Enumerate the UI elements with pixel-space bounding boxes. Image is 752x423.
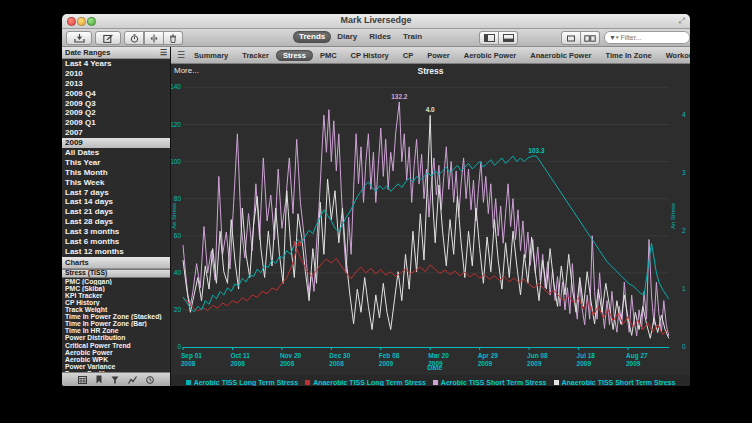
chart-list-item[interactable]: Critical Power Trend bbox=[62, 342, 170, 349]
view-switcher-item[interactable]: Rides bbox=[363, 31, 397, 43]
stopwatch-button[interactable] bbox=[124, 31, 144, 45]
chart-tab[interactable]: Aerobic Power bbox=[457, 50, 524, 61]
view-switcher-item[interactable]: Diary bbox=[331, 31, 363, 43]
window-title: Mark Liversedge bbox=[62, 15, 690, 25]
stress-chart-plot[interactable]: Sep 012008Oct 112008Nov 202008Dec 302008… bbox=[171, 78, 690, 375]
date-range-item[interactable]: 2009 bbox=[62, 138, 170, 148]
toolbar: TrendsDiaryRidesTrain bbox=[62, 29, 690, 47]
chart-list-item[interactable]: Time In Power Zone (Bar) bbox=[62, 320, 170, 327]
chart-tab[interactable]: Summary bbox=[187, 50, 235, 61]
date-range-item[interactable]: 2009 Q2 bbox=[62, 108, 170, 118]
chart-list-item[interactable]: PMC (Coggan) bbox=[62, 278, 170, 285]
left-axis-title: Ae Stress bbox=[171, 203, 177, 229]
chart-tab[interactable]: Workout bbox=[659, 50, 690, 61]
import-button[interactable] bbox=[66, 31, 92, 45]
x-axis-title: Date bbox=[427, 364, 442, 371]
chart-header: More... Stress bbox=[171, 64, 690, 78]
filter-input[interactable] bbox=[618, 34, 685, 41]
tiled-view-icon bbox=[584, 35, 596, 42]
chart-list-item[interactable]: Track Weight bbox=[62, 306, 170, 313]
sidebar-bottom-toolbar bbox=[62, 372, 170, 386]
stats-icon[interactable] bbox=[128, 376, 137, 384]
clock-icon[interactable] bbox=[146, 376, 154, 384]
date-range-item[interactable]: Last 14 days bbox=[62, 197, 170, 207]
stopwatch-icon bbox=[130, 34, 139, 43]
split-panes-icon bbox=[149, 34, 159, 43]
chart-tab[interactable]: Stress bbox=[276, 50, 313, 61]
date-range-item[interactable]: Last 12 months bbox=[62, 247, 170, 257]
bookmark-icon[interactable] bbox=[96, 375, 102, 384]
x-tick-label: Dec 302008 bbox=[329, 352, 350, 367]
date-range-item[interactable]: 2013 bbox=[62, 79, 170, 89]
chart-tab-bar: ☰ SummaryTrackerStressPMCCP HistoryCPPow… bbox=[171, 47, 690, 64]
chart-list-item[interactable]: PMC (Skiba) bbox=[62, 285, 170, 292]
charts-header[interactable]: Charts bbox=[62, 257, 170, 269]
bottombar-toggle-button[interactable] bbox=[499, 31, 518, 45]
chart-list-item[interactable]: Power Distribution bbox=[62, 334, 170, 341]
title-bar[interactable]: Mark Liversedge ⤢ bbox=[62, 14, 690, 29]
chart-tab[interactable]: Power bbox=[420, 50, 457, 61]
chart-list-item[interactable]: Time In HR Zone bbox=[62, 327, 170, 334]
sidebar-toggle-button[interactable] bbox=[479, 31, 499, 45]
x-tick-label: Sep 012008 bbox=[181, 352, 202, 367]
chart-list-item[interactable]: Power Variance bbox=[62, 363, 170, 370]
left-tick-label: 60 bbox=[174, 232, 182, 239]
filter-field[interactable]: ▼ ▾ bbox=[604, 31, 690, 44]
tabbar-left-menu-icon[interactable]: ☰ bbox=[175, 50, 187, 60]
x-tick-label: Jul 182009 bbox=[577, 352, 596, 367]
date-range-item[interactable]: Last 6 months bbox=[62, 237, 170, 247]
view-switcher: TrendsDiaryRidesTrain bbox=[293, 31, 428, 43]
date-range-item[interactable]: Last 28 days bbox=[62, 217, 170, 227]
chart-list-item[interactable]: Time In Power Zone (Stacked) bbox=[62, 313, 170, 320]
peak-value-label: 1.6 bbox=[292, 240, 301, 247]
date-range-item[interactable]: All Dates bbox=[62, 148, 170, 158]
date-range-item[interactable]: Last 21 days bbox=[62, 207, 170, 217]
compose-button[interactable] bbox=[95, 31, 121, 45]
date-range-item[interactable]: 2009 Q1 bbox=[62, 118, 170, 128]
split-view-button[interactable] bbox=[144, 31, 164, 45]
date-ranges-menu-icon[interactable]: ☰ bbox=[160, 47, 167, 58]
x-tick-label: Jun 082009 bbox=[527, 352, 548, 367]
left-tick-label: 140 bbox=[171, 83, 181, 90]
chart-list-item[interactable]: Aerobic WPK bbox=[62, 356, 170, 363]
trash-button[interactable] bbox=[164, 31, 183, 45]
date-range-item[interactable]: Last 3 months bbox=[62, 227, 170, 237]
chart-tab[interactable]: CP bbox=[396, 50, 420, 61]
import-icon bbox=[74, 34, 85, 43]
chart-tab[interactable]: PMC bbox=[313, 50, 344, 61]
chart-list-item[interactable]: CP History bbox=[62, 299, 170, 306]
chart-tab[interactable]: Time In Zone bbox=[599, 50, 659, 61]
left-tick-label: 40 bbox=[174, 269, 182, 276]
compose-icon bbox=[103, 34, 113, 43]
chart-list-item[interactable]: Aerobic Power bbox=[62, 349, 170, 356]
view-switcher-item[interactable]: Trends bbox=[293, 31, 331, 43]
chart-tab[interactable]: Anaerobic Power bbox=[523, 50, 598, 61]
chart-list-item[interactable]: Stress (TISS) bbox=[62, 269, 170, 278]
date-range-item[interactable]: Last 7 days bbox=[62, 188, 170, 198]
date-range-item[interactable]: Last 4 Years bbox=[62, 59, 170, 69]
tabbed-view-button[interactable] bbox=[561, 31, 581, 45]
date-range-item[interactable]: This Week bbox=[62, 178, 170, 188]
date-range-item[interactable]: 2010 bbox=[62, 69, 170, 79]
layout-toggles bbox=[561, 31, 600, 43]
date-range-item[interactable]: This Month bbox=[62, 168, 170, 178]
date-ranges-header[interactable]: Date Ranges ☰ bbox=[62, 47, 170, 59]
view-switcher-item[interactable]: Train bbox=[397, 31, 428, 43]
x-tick-label: Aug 272009 bbox=[626, 352, 648, 367]
chart-tab[interactable]: Tracker bbox=[235, 50, 276, 61]
right-tick-label: 1 bbox=[682, 285, 686, 292]
chart-list-item[interactable]: KPI Tracker bbox=[62, 292, 170, 299]
date-range-item[interactable]: 2009 Q4 bbox=[62, 89, 170, 99]
filter-funnel-icon[interactable] bbox=[111, 376, 119, 384]
fullscreen-icon[interactable]: ⤢ bbox=[679, 16, 685, 26]
left-tick-label: 100 bbox=[171, 158, 181, 165]
peak-value-label: 132.2 bbox=[391, 93, 408, 100]
date-range-item[interactable]: 2007 bbox=[62, 128, 170, 138]
calendar-icon[interactable] bbox=[78, 376, 87, 384]
tiled-view-button[interactable] bbox=[581, 31, 600, 45]
date-range-item[interactable]: 2009 Q3 bbox=[62, 99, 170, 109]
chart-tab[interactable]: CP History bbox=[344, 50, 396, 61]
legend-item: Anaerobic TISS Long Term Stress bbox=[305, 379, 426, 386]
right-axis-title: An Stress bbox=[670, 203, 676, 229]
date-range-item[interactable]: This Year bbox=[62, 158, 170, 168]
